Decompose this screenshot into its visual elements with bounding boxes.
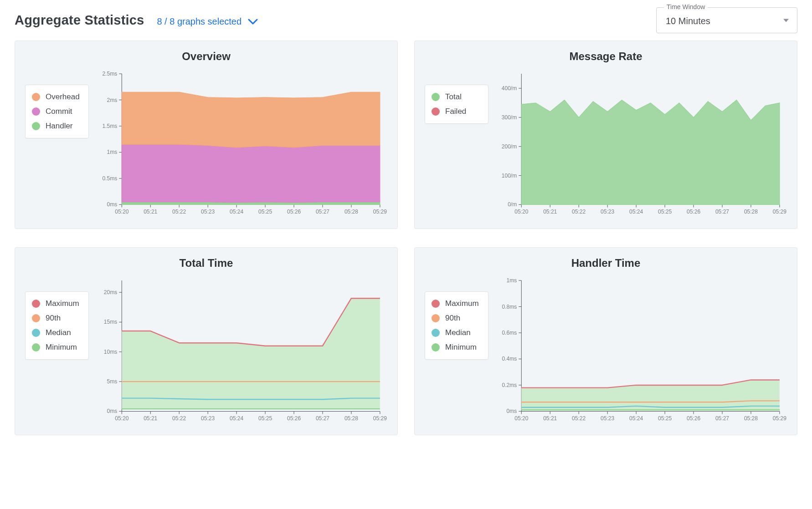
dropdown-caret-icon — [783, 19, 789, 22]
legend-item[interactable]: Median — [431, 326, 483, 340]
panel-total-time: Total Time Maximum90thMedianMinimum 0ms5… — [15, 247, 398, 436]
svg-text:05:23: 05:23 — [201, 209, 215, 215]
svg-text:1ms: 1ms — [107, 149, 117, 155]
svg-text:0.5ms: 0.5ms — [102, 175, 117, 182]
svg-text:05:22: 05:22 — [572, 415, 586, 422]
legend-label: Minimum — [46, 343, 77, 352]
legend-item[interactable]: Maximum — [431, 296, 483, 311]
legend-item[interactable]: Maximum — [31, 296, 83, 311]
page-title: Aggregate Statistics — [15, 13, 144, 28]
legend-item[interactable]: Total — [431, 90, 483, 104]
legend-swatch — [32, 300, 40, 308]
svg-text:05:25: 05:25 — [258, 415, 272, 422]
legend-label: Minimum — [445, 343, 477, 352]
svg-text:1.5ms: 1.5ms — [102, 123, 117, 129]
svg-text:200/m: 200/m — [502, 143, 517, 150]
legend-label: Commit — [46, 107, 72, 116]
svg-text:100/m: 100/m — [502, 173, 517, 179]
svg-text:400/m: 400/m — [502, 85, 517, 92]
legend-item[interactable]: Median — [31, 326, 83, 340]
svg-text:10ms: 10ms — [104, 348, 117, 355]
legend-label: Total — [445, 92, 462, 102]
legend-total-time: Maximum90thMedianMinimum — [25, 291, 89, 360]
svg-text:05:24: 05:24 — [629, 415, 643, 422]
svg-text:0.6ms: 0.6ms — [502, 330, 517, 336]
legend-item[interactable]: Failed — [431, 104, 483, 119]
legend-swatch — [432, 107, 440, 116]
svg-text:05:29: 05:29 — [373, 415, 387, 422]
panel-handler-time: Handler Time Maximum90thMedianMinimum 0m… — [414, 247, 797, 436]
legend-swatch — [32, 314, 40, 322]
svg-text:05:22: 05:22 — [572, 209, 586, 215]
svg-text:0/m: 0/m — [508, 201, 517, 208]
svg-text:1ms: 1ms — [506, 277, 517, 284]
svg-text:05:27: 05:27 — [715, 209, 729, 215]
legend-label: 90th — [445, 314, 460, 323]
svg-text:2.5ms: 2.5ms — [102, 71, 117, 77]
svg-text:05:21: 05:21 — [543, 209, 557, 215]
svg-text:05:28: 05:28 — [344, 415, 358, 422]
svg-text:0.4ms: 0.4ms — [502, 356, 517, 362]
chart-overview[interactable]: 0ms0.5ms1ms1.5ms2ms2.5ms05:2005:2105:220… — [94, 69, 387, 220]
svg-text:05:23: 05:23 — [601, 209, 614, 215]
svg-text:0.2ms: 0.2ms — [502, 382, 517, 388]
legend-label: Maximum — [46, 299, 79, 308]
panel-title: Handler Time — [425, 257, 787, 270]
chart-handler-time[interactable]: 0ms0.2ms0.4ms0.6ms0.8ms1ms05:2005:2105:2… — [494, 276, 787, 427]
svg-text:05:29: 05:29 — [773, 415, 786, 422]
svg-text:05:27: 05:27 — [316, 209, 329, 215]
legend-label: Maximum — [445, 299, 479, 308]
legend-message-rate: TotalFailed — [425, 85, 488, 124]
svg-text:05:25: 05:25 — [658, 209, 672, 215]
panel-title: Overview — [25, 50, 387, 63]
svg-text:05:21: 05:21 — [144, 415, 157, 422]
graphs-selected-text: 8 / 8 graphs selected — [157, 16, 242, 27]
svg-text:05:21: 05:21 — [144, 209, 157, 215]
legend-swatch — [32, 329, 40, 337]
legend-item[interactable]: Minimum — [431, 340, 483, 355]
legend-label: Median — [46, 328, 71, 337]
legend-swatch — [432, 329, 440, 337]
legend-handler-time: Maximum90thMedianMinimum — [425, 291, 488, 360]
svg-text:05:22: 05:22 — [172, 209, 186, 215]
legend-swatch — [32, 93, 40, 101]
legend-label: 90th — [46, 314, 61, 323]
legend-item[interactable]: Handler — [31, 119, 83, 133]
panel-title: Message Rate — [425, 50, 787, 63]
legend-item[interactable]: Commit — [31, 104, 83, 119]
panel-title: Total Time — [25, 257, 387, 270]
svg-text:05:26: 05:26 — [687, 209, 700, 215]
svg-text:15ms: 15ms — [104, 319, 117, 325]
svg-text:0.8ms: 0.8ms — [502, 303, 517, 310]
legend-swatch — [432, 93, 440, 101]
legend-swatch — [432, 300, 440, 308]
legend-item[interactable]: 90th — [31, 311, 83, 326]
svg-text:5ms: 5ms — [107, 378, 117, 385]
legend-item[interactable]: Overhead — [31, 90, 83, 104]
svg-text:300/m: 300/m — [502, 114, 517, 121]
svg-text:05:29: 05:29 — [373, 209, 387, 215]
legend-overview: OverheadCommitHandler — [25, 85, 89, 138]
legend-item[interactable]: Minimum — [31, 340, 83, 355]
svg-text:05:24: 05:24 — [230, 415, 243, 422]
svg-text:05:26: 05:26 — [287, 209, 301, 215]
svg-text:05:27: 05:27 — [316, 415, 329, 422]
svg-text:05:28: 05:28 — [344, 209, 358, 215]
legend-label: Overhead — [46, 92, 80, 102]
chart-total-time[interactable]: 0ms5ms10ms15ms20ms05:2005:2105:2205:2305… — [94, 276, 387, 427]
svg-text:0ms: 0ms — [506, 408, 517, 414]
svg-text:05:21: 05:21 — [543, 415, 557, 422]
legend-item[interactable]: 90th — [431, 311, 483, 326]
svg-text:05:23: 05:23 — [601, 415, 614, 422]
legend-swatch — [32, 107, 40, 116]
time-window-select[interactable]: Time Window 10 Minutes — [656, 7, 797, 33]
svg-text:05:23: 05:23 — [201, 415, 215, 422]
svg-text:05:20: 05:20 — [115, 209, 128, 215]
svg-text:2ms: 2ms — [107, 97, 117, 103]
legend-swatch — [32, 122, 40, 130]
graphs-selected-dropdown[interactable]: 8 / 8 graphs selected — [157, 16, 258, 27]
time-window-value: 10 Minutes — [666, 16, 710, 26]
svg-text:05:20: 05:20 — [514, 415, 528, 422]
chart-message-rate[interactable]: 0/m100/m200/m300/m400/m05:2005:2105:2205… — [494, 69, 787, 220]
time-window-label: Time Window — [664, 3, 708, 10]
